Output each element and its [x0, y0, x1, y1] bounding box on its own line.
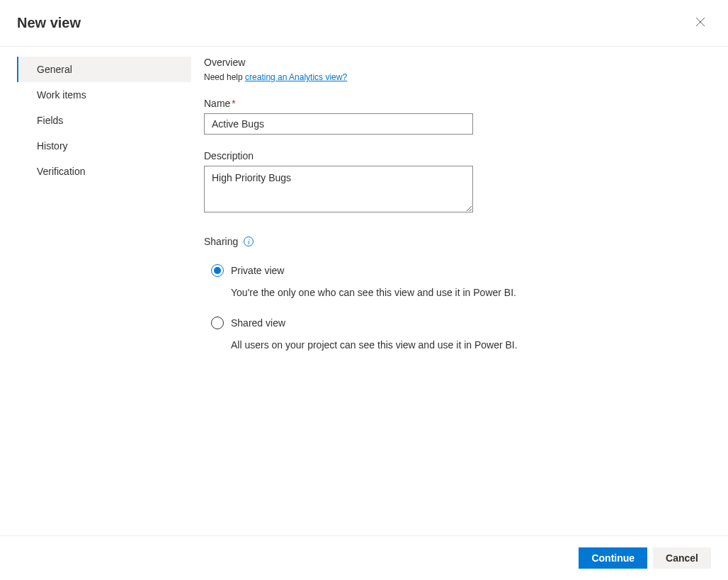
- sidebar-item-history[interactable]: History: [17, 133, 191, 159]
- content-panel: Overview Need help creating an Analytics…: [191, 47, 728, 528]
- sidebar-item-label: Work items: [37, 89, 86, 101]
- radio-shared[interactable]: Shared view: [211, 317, 711, 329]
- name-input[interactable]: [204, 113, 473, 135]
- description-textarea[interactable]: High Priority Bugs: [204, 166, 473, 212]
- sidebar-item-verification[interactable]: Verification: [17, 159, 191, 184]
- name-label: Name*: [204, 98, 711, 109]
- close-icon: [695, 17, 705, 27]
- radio-circle-icon: [211, 317, 224, 329]
- sharing-header: Sharing i: [204, 236, 711, 247]
- radio-private[interactable]: Private view: [211, 264, 711, 277]
- radio-option-private: Private view You're the only one who can…: [211, 264, 711, 298]
- radio-label: Private view: [231, 265, 284, 276]
- dialog-header: New view: [0, 0, 728, 47]
- description-label: Description: [204, 150, 711, 161]
- sidebar-item-label: General: [37, 64, 72, 75]
- dialog-body: General Work items Fields History Verifi…: [0, 47, 728, 528]
- dialog-title: New view: [17, 15, 81, 31]
- dialog-footer: Continue Cancel: [0, 535, 728, 580]
- info-icon[interactable]: i: [244, 237, 254, 246]
- sidebar-item-fields[interactable]: Fields: [17, 108, 191, 133]
- sharing-radio-group: Private view You're the only one who can…: [204, 264, 711, 351]
- close-button[interactable]: [690, 14, 711, 32]
- continue-button[interactable]: Continue: [579, 547, 647, 569]
- sidebar-item-general[interactable]: General: [17, 57, 191, 82]
- cancel-button[interactable]: Cancel: [653, 547, 711, 569]
- radio-description: All users on your project can see this v…: [231, 339, 711, 351]
- radio-description: You're the only one who can see this vie…: [231, 287, 711, 298]
- sidebar-item-label: Fields: [37, 115, 63, 126]
- help-link[interactable]: creating an Analytics view?: [245, 72, 347, 82]
- radio-circle-icon: [211, 264, 224, 277]
- help-text: Need help creating an Analytics view?: [204, 72, 711, 82]
- sidebar-item-label: Verification: [37, 166, 85, 177]
- sharing-label: Sharing: [204, 236, 238, 247]
- sidebar-item-work-items[interactable]: Work items: [17, 82, 191, 108]
- sidebar-item-label: History: [37, 140, 68, 152]
- sidebar: General Work items Fields History Verifi…: [0, 47, 191, 528]
- radio-label: Shared view: [231, 317, 285, 329]
- radio-option-shared: Shared view All users on your project ca…: [211, 317, 711, 351]
- overview-title: Overview: [204, 57, 711, 68]
- required-indicator: *: [232, 98, 235, 109]
